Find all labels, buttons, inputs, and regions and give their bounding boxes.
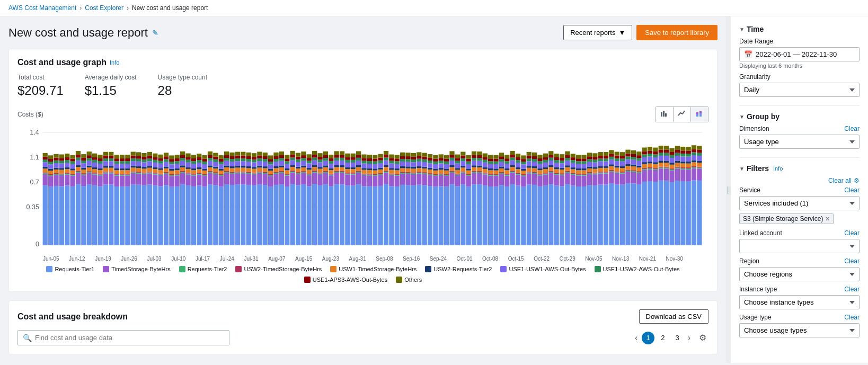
usage-type-select[interactable]: Choose usage types bbox=[739, 323, 860, 337]
region-select[interactable]: Choose regions bbox=[739, 267, 860, 281]
svg-rect-273 bbox=[180, 161, 185, 165]
svg-rect-608 bbox=[367, 175, 372, 186]
svg-rect-820 bbox=[483, 173, 488, 174]
clear-all-link[interactable]: Clear all bbox=[828, 177, 852, 184]
breadcrumb-aws-cost[interactable]: AWS Cost Management bbox=[8, 4, 76, 12]
instance-type-select[interactable]: Choose instance types bbox=[739, 295, 860, 309]
svg-rect-973 bbox=[565, 161, 570, 165]
chart-type-grouped-bar[interactable] bbox=[656, 107, 674, 122]
svg-rect-460 bbox=[285, 174, 289, 175]
page-2[interactable]: 2 bbox=[657, 332, 669, 344]
breadcrumb-cost-explorer[interactable]: Cost Explorer bbox=[85, 4, 123, 12]
svg-rect-568 bbox=[345, 174, 350, 185]
chart-type-stacked-bar[interactable] bbox=[691, 107, 708, 122]
svg-rect-1055 bbox=[609, 154, 614, 156]
table-settings-button[interactable]: ⚙ bbox=[697, 332, 708, 344]
filters-info-badge[interactable]: Info bbox=[773, 165, 783, 172]
edit-title-icon[interactable]: ✎ bbox=[152, 29, 158, 37]
svg-rect-574 bbox=[345, 160, 350, 163]
linked-account-select[interactable] bbox=[739, 239, 860, 253]
svg-rect-992 bbox=[576, 168, 581, 170]
instance-type-clear-link[interactable]: Clear bbox=[844, 286, 860, 293]
download-csv-button[interactable]: Download as CSV bbox=[639, 309, 709, 324]
svg-rect-42 bbox=[54, 168, 58, 170]
svg-rect-1018 bbox=[592, 174, 597, 185]
svg-rect-866 bbox=[504, 155, 509, 158]
svg-rect-55 bbox=[59, 158, 64, 161]
service-clear-link[interactable]: Clear bbox=[844, 186, 860, 194]
next-page-button[interactable]: › bbox=[686, 332, 693, 344]
svg-rect-1154 bbox=[664, 153, 669, 156]
svg-rect-457 bbox=[285, 186, 289, 245]
pagination: ‹ 1 2 3 › bbox=[633, 332, 693, 344]
save-report-button[interactable]: Save to report library bbox=[636, 25, 718, 40]
svg-rect-159 bbox=[120, 175, 125, 176]
main-chart: 1.4 1.1 0.7 0.35 0 bbox=[17, 127, 708, 254]
service-tag-remove[interactable]: × bbox=[825, 215, 829, 222]
filters-title: ▼ Filters Info bbox=[739, 164, 860, 173]
svg-rect-702 bbox=[417, 166, 421, 168]
svg-rect-619 bbox=[373, 175, 377, 176]
svg-rect-752 bbox=[444, 168, 449, 170]
svg-rect-436 bbox=[268, 155, 273, 159]
prev-page-button[interactable]: ‹ bbox=[633, 332, 640, 344]
page-1[interactable]: 1 bbox=[642, 332, 654, 344]
svg-rect-748 bbox=[444, 176, 449, 186]
svg-rect-126 bbox=[98, 155, 102, 158]
svg-rect-1067 bbox=[620, 185, 625, 245]
svg-rect-1078 bbox=[625, 172, 630, 183]
svg-rect-979 bbox=[571, 174, 575, 175]
granularity-select[interactable]: Daily Monthly Hourly bbox=[739, 83, 860, 97]
linked-account-clear-link[interactable]: Clear bbox=[844, 229, 860, 237]
svg-rect-52 bbox=[59, 168, 64, 170]
svg-rect-552 bbox=[334, 165, 339, 167]
recent-reports-button[interactable]: Recent reports ▼ bbox=[563, 25, 632, 40]
chart-type-line[interactable] bbox=[674, 107, 691, 122]
panel-splitter[interactable] bbox=[726, 16, 730, 363]
region-clear-link[interactable]: Clear bbox=[844, 257, 860, 265]
svg-rect-931 bbox=[543, 169, 548, 173]
svg-rect-544 bbox=[329, 161, 333, 164]
svg-rect-100 bbox=[87, 171, 92, 172]
graph-info-badge[interactable]: Info bbox=[110, 59, 119, 66]
svg-rect-108 bbox=[92, 174, 97, 185]
svg-rect-854 bbox=[499, 159, 504, 162]
search-input[interactable] bbox=[17, 330, 229, 345]
dimension-select[interactable]: Usage type Service Account Region bbox=[739, 135, 860, 149]
svg-rect-205 bbox=[141, 157, 146, 159]
svg-rect-324 bbox=[208, 158, 212, 161]
svg-rect-1202 bbox=[692, 160, 696, 162]
dimension-clear-link[interactable]: Clear bbox=[844, 125, 860, 132]
svg-rect-264 bbox=[175, 161, 180, 164]
svg-rect-1081 bbox=[625, 166, 630, 170]
svg-rect-421 bbox=[263, 168, 268, 172]
svg-text:0.7: 0.7 bbox=[30, 179, 39, 186]
service-select[interactable]: Services included (1) bbox=[739, 196, 860, 210]
svg-rect-341 bbox=[219, 171, 224, 174]
usage-type-clear-link[interactable]: Clear bbox=[844, 314, 860, 321]
svg-rect-1035 bbox=[598, 156, 603, 158]
svg-rect-968 bbox=[565, 173, 570, 184]
date-range-field[interactable]: 📅 2022-06-01 — 2022-11-30 bbox=[739, 47, 860, 61]
svg-rect-1160 bbox=[669, 168, 674, 170]
svg-rect-507 bbox=[312, 184, 317, 245]
svg-rect-53 bbox=[59, 164, 64, 168]
svg-rect-197 bbox=[141, 185, 146, 245]
svg-rect-861 bbox=[504, 170, 509, 174]
svg-rect-1010 bbox=[587, 172, 592, 173]
svg-rect-140 bbox=[109, 172, 113, 173]
svg-rect-628 bbox=[378, 175, 383, 186]
svg-rect-909 bbox=[532, 173, 537, 174]
svg-rect-239 bbox=[164, 173, 169, 174]
svg-rect-1181 bbox=[680, 163, 685, 167]
svg-rect-1101 bbox=[636, 167, 641, 171]
clear-all-settings-icon[interactable]: ⚙ bbox=[854, 177, 860, 184]
svg-rect-117 bbox=[98, 186, 102, 245]
page-3[interactable]: 3 bbox=[671, 332, 683, 344]
svg-rect-763 bbox=[449, 161, 454, 165]
svg-rect-228 bbox=[158, 175, 163, 186]
svg-rect-283 bbox=[185, 163, 190, 167]
calendar-icon: 📅 bbox=[744, 50, 752, 58]
svg-rect-800 bbox=[472, 171, 476, 172]
svg-rect-375 bbox=[235, 156, 240, 158]
